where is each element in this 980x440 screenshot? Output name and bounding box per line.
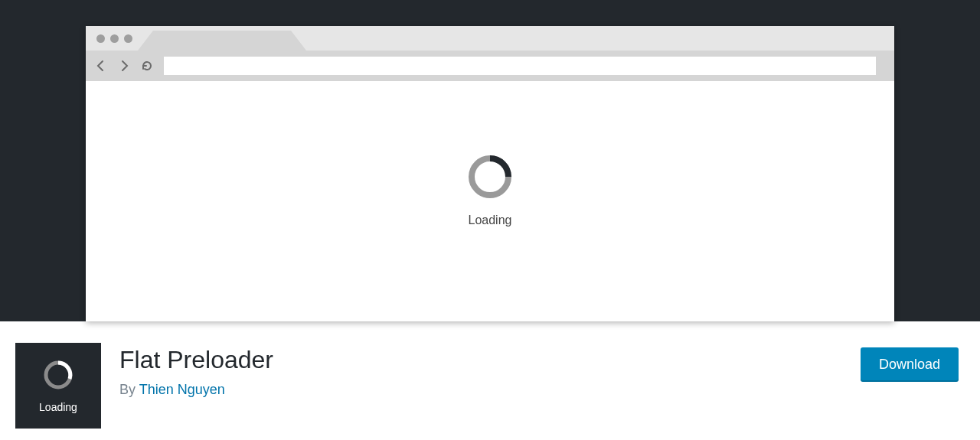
loading-text: Loading bbox=[469, 213, 512, 227]
loading-spinner-icon bbox=[466, 152, 514, 204]
traffic-light-dot bbox=[96, 34, 105, 43]
browser-mockup: Loading bbox=[86, 26, 894, 321]
browser-content: Loading bbox=[86, 81, 894, 321]
plugin-header: Loading Flat Preloader By Thien Nguyen D… bbox=[0, 321, 980, 429]
plugin-author-link[interactable]: Thien Nguyen bbox=[139, 382, 225, 397]
plugin-title: Flat Preloader bbox=[119, 346, 965, 374]
plugin-byline: By Thien Nguyen bbox=[119, 382, 965, 398]
traffic-light-dot bbox=[124, 34, 132, 43]
traffic-light-dot bbox=[110, 34, 119, 43]
forward-icon bbox=[118, 60, 130, 72]
plugin-banner: Loading bbox=[0, 0, 980, 321]
plugin-icon: Loading bbox=[15, 343, 101, 429]
byline-prefix: By bbox=[119, 382, 139, 397]
address-bar bbox=[164, 57, 876, 75]
plugin-meta: Flat Preloader By Thien Nguyen bbox=[119, 343, 965, 398]
plugin-icon-spinner-icon bbox=[41, 358, 75, 395]
reload-icon bbox=[141, 60, 153, 72]
browser-tabbar bbox=[86, 26, 894, 51]
browser-toolbar bbox=[86, 51, 894, 81]
browser-tab bbox=[153, 31, 291, 51]
download-button[interactable]: Download bbox=[861, 347, 959, 382]
plugin-icon-text: Loading bbox=[39, 401, 77, 413]
back-icon bbox=[95, 60, 107, 72]
